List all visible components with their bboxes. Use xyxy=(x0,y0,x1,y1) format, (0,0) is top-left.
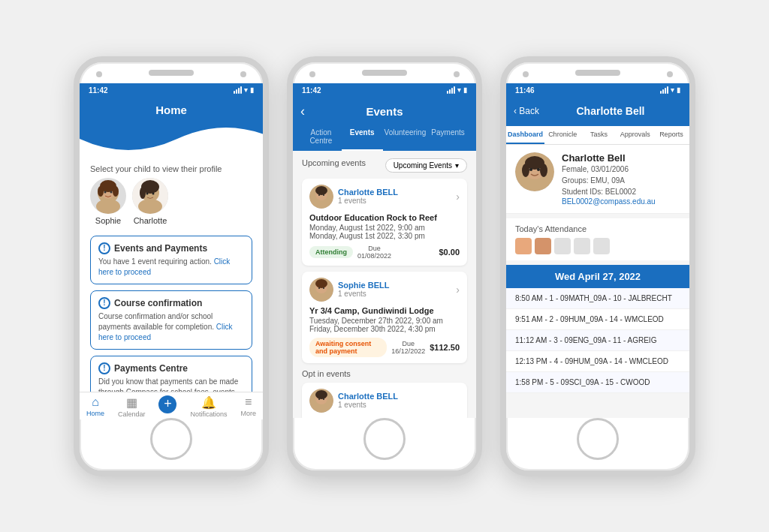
event-chevron-1: › xyxy=(456,191,460,203)
p3-detail1: Female, 03/01/2006 xyxy=(562,164,680,175)
p3-body: Charlotte Bell Female, 03/01/2006 Groups… xyxy=(506,145,689,418)
tab-chronicle[interactable]: Chronicle xyxy=(544,126,581,144)
battery-icon-2: ▮ xyxy=(463,86,467,94)
more-icon: ≡ xyxy=(245,395,252,409)
nav-more[interactable]: ≡ More xyxy=(240,395,256,418)
p2-header-row: ‹ Events xyxy=(300,102,469,124)
tab-volunteering[interactable]: Volunteering xyxy=(383,124,428,151)
schedule-row-1: 8:50 AM - 1 - 09MATH_09A - 10 - JALBRECH… xyxy=(506,288,689,309)
p2-back-button[interactable]: ‹ xyxy=(300,104,305,119)
event-title-2: Yr 3/4 Camp, Gundiwindi Lodge xyxy=(309,306,460,315)
nav-notifications[interactable]: 🔔 Notifications xyxy=(190,395,227,418)
svg-point-23 xyxy=(318,287,320,289)
payments-centre-title: ! Payments Centre xyxy=(98,362,244,374)
nav-home[interactable]: ⌂ Home xyxy=(86,395,104,418)
phone-2-dot-right xyxy=(454,71,460,77)
events-payments-card: ! Events and Payments You have 1 event r… xyxy=(90,236,252,284)
p2-title: Events xyxy=(366,105,403,118)
upcoming-events-dropdown[interactable]: Upcoming Events ▾ xyxy=(385,158,467,173)
p1-select-text: Select your child to view their profile xyxy=(90,164,252,173)
home-icon: ⌂ xyxy=(92,395,99,409)
p3-header-row: ‹ Back Charlotte Bell xyxy=(514,102,682,120)
p2-tabs: Action Centre Events Volunteering Paymen… xyxy=(300,124,469,151)
att-dot-3 xyxy=(554,238,571,254)
status-icons-3: ▾ ▮ xyxy=(660,86,680,94)
phone-2: 11:42 ▾ ▮ ‹ Events Action Centre xyxy=(287,56,482,476)
event-price-1: $0.00 xyxy=(439,248,460,257)
wifi-icon-3: ▾ xyxy=(671,86,674,94)
nav-calendar[interactable]: ▦ Calendar xyxy=(118,395,146,418)
p3-detail2: Groups: EMU, 09A xyxy=(562,175,680,186)
p3-tabs: Dashboard Chronicle Tasks Approvals Repo… xyxy=(506,126,689,145)
opt-count: 1 events xyxy=(338,401,398,409)
course-icon: ! xyxy=(98,297,110,309)
status-icons-1: ▾ ▮ xyxy=(234,86,254,94)
phone-2-dot-left xyxy=(309,71,315,77)
p3-profile-avatar xyxy=(515,152,554,191)
events-payments-label: Events and Payments xyxy=(114,243,207,254)
event-card-1: Charlotte BELL 1 events › Outdoor Educat… xyxy=(302,179,467,266)
phone-1-screen: 11:42 ▾ ▮ Home Select your child to vi xyxy=(80,83,263,418)
event-due-date-2: 16/12/2022 xyxy=(391,347,425,355)
status-bar-3: 11:46 ▾ ▮ xyxy=(506,83,689,98)
avatar-charlotte[interactable]: Charlotte xyxy=(132,178,168,225)
p3-email[interactable]: BEL0002@compass.edu.au xyxy=(562,197,680,206)
status-bar-1: 11:42 ▾ ▮ xyxy=(80,83,263,98)
events-payments-title: ! Events and Payments xyxy=(98,242,244,254)
status-time-3: 11:46 xyxy=(515,86,535,95)
nav-home-label: Home xyxy=(86,410,104,417)
p1-header: Home xyxy=(80,98,263,161)
signal-icon-2 xyxy=(447,86,455,94)
svg-point-28 xyxy=(318,398,320,400)
p3-back-button[interactable]: ‹ Back xyxy=(514,106,539,116)
payments-centre-label: Payments Centre xyxy=(114,363,188,374)
nav-notifications-label: Notifications xyxy=(190,410,227,418)
event-date1-2: Tuesday, December 27th 2022, 9:00 am xyxy=(309,317,460,325)
tab-payments[interactable]: Payments xyxy=(427,124,469,151)
svg-point-29 xyxy=(323,398,324,400)
tab-events[interactable]: Events xyxy=(342,124,383,151)
tab-dashboard[interactable]: Dashboard xyxy=(506,126,544,144)
svg-point-27 xyxy=(315,390,327,399)
svg-point-33 xyxy=(522,164,529,177)
battery-icon-3: ▮ xyxy=(677,86,680,94)
att-dot-5 xyxy=(593,238,610,254)
event-date2-2: Friday, December 30th 2022, 4:30 pm xyxy=(309,325,460,333)
opt-person-row: Charlotte BELL 1 events xyxy=(309,389,460,413)
course-confirm-title: ! Course confirmation xyxy=(98,297,244,309)
tab-tasks[interactable]: Tasks xyxy=(581,126,617,144)
p2-upcoming-label: Upcoming events xyxy=(302,158,366,167)
opt-person-name: Charlotte BELL xyxy=(338,392,398,401)
event-person-charlotte: Charlotte BELL 1 events › xyxy=(309,185,460,209)
svg-point-34 xyxy=(540,164,547,177)
svg-point-24 xyxy=(323,287,324,289)
event-tag-1: Attending xyxy=(309,246,353,258)
phone-3-screen: 11:46 ▾ ▮ ‹ Back Charlotte Bell xyxy=(506,83,689,418)
status-time-1: 11:42 xyxy=(89,86,108,95)
tab-action-centre[interactable]: Action Centre xyxy=(300,124,342,151)
event-due-block-2: Due 16/12/2022 xyxy=(391,340,425,355)
p2-body: Upcoming events Upcoming Events ▾ xyxy=(293,151,476,418)
status-time-2: 11:42 xyxy=(302,86,321,95)
schedule-row-2: 9:51 AM - 2 - 09HUM_09A - 14 - WMCLEOD xyxy=(506,309,689,330)
phone-3-dot-left xyxy=(523,71,529,77)
phone-2-screen: 11:42 ▾ ▮ ‹ Events Action Centre xyxy=(293,83,476,418)
status-bar-2: 11:42 ▾ ▮ xyxy=(293,83,476,98)
event-person-info-2: Sophie BELL 1 events xyxy=(338,281,389,298)
tab-reports[interactable]: Reports xyxy=(653,126,689,144)
avatar-name-sophie: Sophie xyxy=(95,216,121,225)
opt-person-info: Charlotte BELL 1 events xyxy=(338,392,398,409)
event-due-block-1: Due 01/08/2022 xyxy=(357,245,391,260)
svg-point-7 xyxy=(110,191,113,193)
course-confirm-label: Course confirmation xyxy=(114,298,202,308)
event-due-date-1: 01/08/2022 xyxy=(357,252,391,260)
svg-point-22 xyxy=(315,279,327,288)
p3-profile-name-header: Charlotte Bell xyxy=(539,105,682,117)
p3-name: Charlotte Bell xyxy=(562,152,680,164)
schedule-row-5: 1:58 PM - 5 - 09SCI_09A - 15 - CWOOD xyxy=(506,372,689,393)
avatar-sophie[interactable]: Sophie xyxy=(90,178,126,225)
p3-attendance-section: Today's Attendance xyxy=(506,218,689,260)
tab-approvals[interactable]: Approvals xyxy=(617,126,653,144)
p2-upcoming-row: Upcoming events Upcoming Events ▾ xyxy=(302,158,467,173)
nav-add[interactable]: + xyxy=(158,395,176,418)
